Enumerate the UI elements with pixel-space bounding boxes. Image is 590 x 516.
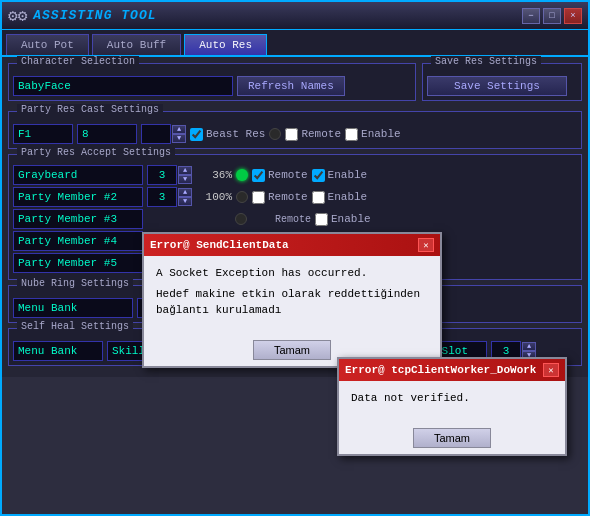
member-1-remote[interactable] <box>252 169 265 182</box>
error1-title-bar: Error@ SendClientData ✕ <box>144 234 440 256</box>
res-skill-select[interactable]: 8 <box>77 124 137 144</box>
member-2-remote-label: Remote <box>268 191 308 203</box>
member-1-select[interactable]: Graybeard <box>13 165 143 185</box>
tab-bar: Auto Pot Auto Buff Auto Res <box>2 30 588 57</box>
error1-title-text: Error@ SendClientData <box>150 239 289 251</box>
beast-res-group: Beast Res <box>190 128 265 141</box>
self-bank-select[interactable]: Menu Bank <box>13 341 103 361</box>
member-2-dot <box>236 191 248 203</box>
res-count-down[interactable]: ▼ <box>172 134 186 143</box>
minimize-button[interactable]: − <box>522 8 540 24</box>
error2-title-text: Error@ tcpClientWorker_DoWork <box>345 364 536 376</box>
party-member-row-1: Graybeard ▲ ▼ 36% Remote Enable <box>13 165 577 185</box>
maximize-button[interactable]: □ <box>543 8 561 24</box>
beast-res-label: Beast Res <box>206 128 265 140</box>
member-2-down[interactable]: ▼ <box>178 197 192 206</box>
res-remote-group: Remote <box>285 128 341 141</box>
title-bar: ⚙⚙ ASSISTING TOOL − □ × <box>2 2 588 30</box>
error1-close-button[interactable]: ✕ <box>418 238 434 252</box>
tab-auto-pot[interactable]: Auto Pot <box>6 34 89 55</box>
save-res-section: Save Res Settings Save Settings <box>422 63 582 101</box>
title-controls: − □ × <box>522 8 582 24</box>
member-4-select[interactable]: Party Member #4 <box>13 231 143 251</box>
error2-title-bar: Error@ tcpClientWorker_DoWork ✕ <box>339 359 565 381</box>
self-heal-title: Self Heal Settings <box>17 321 133 332</box>
res-remote-checkbox[interactable] <box>285 128 298 141</box>
app-title: ASSISTING TOOL <box>33 8 156 23</box>
party-up[interactable]: ▲ <box>522 342 536 351</box>
character-selection-section: Character Selection BabyFace Refresh Nam… <box>8 63 416 101</box>
error2-body: Data not verified. <box>339 381 565 422</box>
res-count-up[interactable]: ▲ <box>172 125 186 134</box>
member-2-percent: 100% <box>196 191 232 203</box>
member-2-enable[interactable] <box>312 191 325 204</box>
res-count-input[interactable]: 2 <box>141 124 171 144</box>
error1-ok-button[interactable]: Tamam <box>253 340 331 360</box>
nube-ring-title: Nube Ring Settings <box>17 278 133 289</box>
party-member-row-3: Party Member #3 Remote Enable <box>13 209 577 229</box>
member-1-remote-label: Remote <box>268 169 308 181</box>
member-1-down[interactable]: ▼ <box>178 175 192 184</box>
member-3-select[interactable]: Party Member #3 <box>13 209 143 229</box>
error1-body: A Socket Exception has occurred. Hedef m… <box>144 256 440 334</box>
gear-icon: ⚙⚙ <box>8 6 27 26</box>
member-1-remote-group: Remote <box>252 169 308 182</box>
member-5-select[interactable]: Party Member #5 <box>13 253 143 273</box>
member-2-select[interactable]: Party Member #2 <box>13 187 143 207</box>
error-tcp-client-dialog: Error@ tcpClientWorker_DoWork ✕ Data not… <box>337 357 567 456</box>
member-2-enable-label: Enable <box>328 191 368 203</box>
error1-message2: Hedef makine etkin olarak reddettiğinden… <box>156 287 428 318</box>
member-3-dot <box>235 213 247 225</box>
member-3-enable[interactable] <box>315 213 328 226</box>
party-member-row-2: Party Member #2 ▲ ▼ 100% Remote Enable <box>13 187 577 207</box>
error2-message1: Data not verified. <box>351 391 553 406</box>
member-1-enable-label: Enable <box>328 169 368 181</box>
member-1-percent: 36% <box>196 169 232 181</box>
res-enable-label: Enable <box>361 128 401 140</box>
character-select[interactable]: BabyFace <box>13 76 233 96</box>
main-window: ⚙⚙ ASSISTING TOOL − □ × Auto Pot Auto Bu… <box>0 0 590 516</box>
party-res-cast-section: Party Res Cast Settings F1 8 2 ▲ ▼ <box>8 111 582 149</box>
member-2-enable-group: Enable <box>312 191 368 204</box>
member-2-count[interactable] <box>147 187 177 207</box>
close-button[interactable]: × <box>564 8 582 24</box>
save-res-title: Save Res Settings <box>431 56 541 67</box>
res-key-select[interactable]: F1 <box>13 124 73 144</box>
error2-footer: Tamam <box>339 422 565 454</box>
party-res-accept-title: Party Res Accept Settings <box>17 147 175 158</box>
refresh-names-button[interactable]: Refresh Names <box>237 76 345 96</box>
member-1-enable-group: Enable <box>312 169 368 182</box>
member-3-enable-group: Enable <box>315 213 371 226</box>
party-res-cast-title: Party Res Cast Settings <box>17 104 163 115</box>
beast-res-checkbox[interactable] <box>190 128 203 141</box>
member-2-remote[interactable] <box>252 191 265 204</box>
member-1-enable[interactable] <box>312 169 325 182</box>
error-send-client-data-dialog: Error@ SendClientData ✕ A Socket Excepti… <box>142 232 442 368</box>
nube-bank-select[interactable]: Menu Bank <box>13 298 133 318</box>
error2-close-button[interactable]: ✕ <box>543 363 559 377</box>
res-enable-group: Enable <box>345 128 401 141</box>
res-cast-status-dot <box>269 128 281 140</box>
error2-ok-button[interactable]: Tamam <box>413 428 491 448</box>
res-remote-label: Remote <box>301 128 341 140</box>
member-1-up[interactable]: ▲ <box>178 166 192 175</box>
member-3-remote-lbl: Remote <box>251 214 311 225</box>
character-selection-title: Character Selection <box>17 56 139 67</box>
save-settings-button[interactable]: Save Settings <box>427 76 567 96</box>
member-2-up[interactable]: ▲ <box>178 188 192 197</box>
title-bar-left: ⚙⚙ ASSISTING TOOL <box>8 6 156 26</box>
member-3-enable-label: Enable <box>331 213 371 225</box>
member-2-remote-group: Remote <box>252 191 308 204</box>
member-1-count[interactable] <box>147 165 177 185</box>
tab-auto-buff[interactable]: Auto Buff <box>92 34 181 55</box>
tab-auto-res[interactable]: Auto Res <box>184 34 267 55</box>
error1-message1: A Socket Exception has occurred. <box>156 266 428 281</box>
res-enable-checkbox[interactable] <box>345 128 358 141</box>
member-1-dot <box>236 169 248 181</box>
